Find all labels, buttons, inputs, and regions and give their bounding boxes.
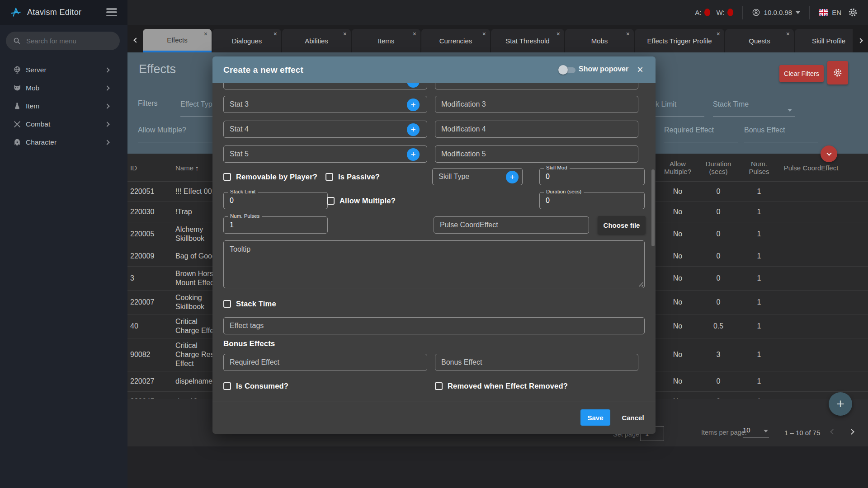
table-settings-button[interactable] [827,61,848,84]
stat3-input[interactable] [224,96,427,113]
required-effect-input[interactable] [224,354,427,371]
server-selector[interactable]: 10.0.0.98 [752,8,801,17]
tabs-scroll-right-icon[interactable] [853,29,868,52]
tab-close-icon[interactable]: × [274,31,277,37]
search-icon [13,37,21,45]
sidebar-item-combat[interactable]: Combat [0,115,127,133]
tab-close-icon[interactable]: × [482,31,486,37]
stat3-field[interactable]: + [223,96,427,113]
column-header-allow-multiple[interactable]: Allow Multiple? [660,160,696,175]
tab-mobs[interactable]: Mobs× [565,29,634,52]
duration-field[interactable]: Duration (secs) [539,192,645,209]
stat5-input[interactable] [224,146,427,162]
filter-stack-time[interactable]: Stack Time [713,100,795,117]
show-popover-toggle[interactable] [558,65,576,75]
tooltip-textarea[interactable] [224,241,644,288]
effect-tags-input[interactable] [224,318,644,334]
stat4-input[interactable] [224,121,427,137]
modification4-input[interactable] [435,121,638,137]
search-input[interactable] [26,37,108,45]
tab-close-icon[interactable]: × [717,31,720,37]
removed-when-effect-removed-checkbox[interactable]: Removed when Effect Removed? [435,382,568,390]
stat5-field[interactable]: + [223,145,427,163]
sidebar-item-character[interactable]: Character [0,133,127,151]
tabs-scroll-left-icon[interactable] [130,34,142,46]
sidebar-item-mob[interactable]: Mob [0,79,127,97]
skill-mod-field[interactable]: Skill Mod [539,168,645,185]
world-status: W: [717,9,733,16]
add-stat-icon[interactable]: + [407,99,420,111]
filter-allow-multiple[interactable]: Allow Multiple? [138,126,214,142]
previous-page-icon[interactable] [831,428,840,437]
auth-status-dot [704,9,710,16]
topbar-brand: Atavism Editor [0,0,127,25]
column-header-id[interactable]: ID [130,164,172,171]
modification3-input[interactable] [435,96,638,113]
cell-allow-multiple: No [660,322,696,330]
allow-multiple-checkbox[interactable]: Allow Multiple? [327,197,396,205]
tab-stat-threshold[interactable]: Stat Threshold× [491,29,564,52]
tab-quests[interactable]: Quests× [725,29,794,52]
modification4-field[interactable] [435,121,638,138]
add-skill-icon[interactable]: + [506,171,519,183]
tab-effects-trigger-profile[interactable]: Effects Trigger Profile× [635,29,724,52]
skill-type-field[interactable]: + [432,168,523,185]
tab-close-icon[interactable]: × [557,31,560,37]
close-icon[interactable]: × [634,63,646,76]
tooltip-field[interactable] [223,240,645,288]
tab-close-icon[interactable]: × [204,31,208,37]
stat4-field[interactable]: + [223,121,427,138]
num-pulses-field[interactable]: Num. Pulses [223,216,328,234]
tab-currencies[interactable]: Currencies× [421,29,490,52]
menu-toggle-icon[interactable] [106,8,117,16]
bonus-effect-field[interactable] [435,354,638,371]
sidebar-search[interactable] [6,32,120,50]
is-consumed-checkbox[interactable]: Is Consumed? [223,382,288,390]
tab-dialogues[interactable]: Dialogues× [212,29,281,52]
required-effect-field[interactable] [223,354,427,371]
clear-filters-button[interactable]: Clear Filters [779,65,824,82]
filters-label: Filters [138,99,158,108]
removable-by-player-checkbox[interactable]: Removable by Player? [223,173,317,181]
effect-tags-field[interactable] [223,317,645,334]
tab-close-icon[interactable]: × [343,31,347,37]
settings-gear-icon[interactable] [848,7,858,18]
tab-close-icon[interactable]: × [786,31,790,37]
collapse-filters-button[interactable] [821,145,837,162]
column-header-duration[interactable]: Duration (secs) [700,160,736,175]
modal-scrollbar-thumb[interactable] [651,169,655,246]
stack-limit-field[interactable]: Stack Limit [223,192,328,209]
column-header-num-pulses[interactable]: Num. Pulses [745,160,773,175]
choose-file-button[interactable]: Choose file [598,216,646,234]
sidebar-item-item[interactable]: Item [0,97,127,115]
modification5-input[interactable] [435,146,638,162]
add-effect-button[interactable]: + [829,392,852,416]
tab-abilities[interactable]: Abilities× [282,29,351,52]
pulse-coordeffect-input[interactable] [434,217,589,233]
sidebar-menu: Server Mob Item Combat Character [0,61,127,151]
sidebar-item-server[interactable]: Server [0,61,127,79]
is-passive-checkbox[interactable]: Is Passive? [326,173,380,181]
pulse-coordeffect-field[interactable] [434,216,589,234]
column-header-pulse-coordeffect[interactable]: Pulse CoordEffect [773,164,849,171]
add-stat-icon[interactable]: + [407,148,420,161]
language-selector[interactable]: EN [819,9,841,16]
bonus-effect-input[interactable] [435,354,638,371]
checkbox-icon [326,173,333,181]
filter-bonus-effect[interactable]: Bonus Effect [744,126,818,142]
tab-effects[interactable]: Effects× [143,29,212,52]
tab-close-icon[interactable]: × [413,31,416,37]
stack-time-checkbox[interactable]: Stack Time [223,300,276,308]
add-stat-icon[interactable]: + [407,123,420,136]
filter-required-effect[interactable]: Required Effect [664,126,738,142]
tab-close-icon[interactable]: × [626,31,630,37]
items-per-page-select[interactable]: 10 [743,426,769,438]
cell-num-pulses: 1 [745,351,773,359]
next-page-icon[interactable] [849,428,859,437]
modification5-field[interactable] [435,145,638,163]
save-button[interactable]: Save [580,409,610,426]
cell-id: 220027 [130,377,172,385]
cancel-button[interactable]: Cancel [616,409,650,426]
modification3-field[interactable] [435,96,638,113]
tab-items[interactable]: Items× [352,29,420,52]
